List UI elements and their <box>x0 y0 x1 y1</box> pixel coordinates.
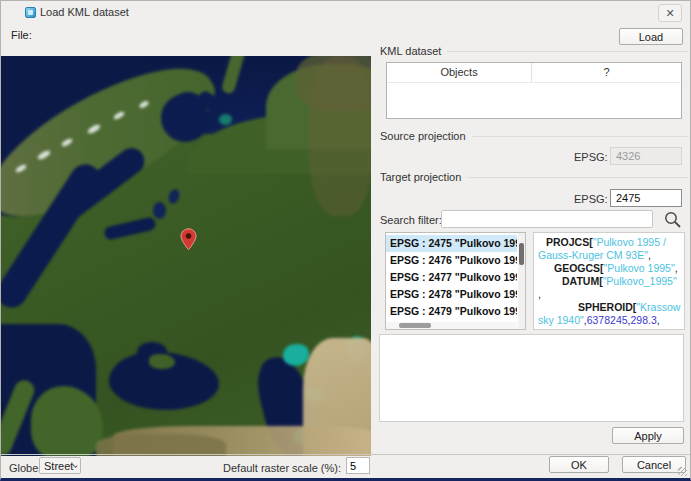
source-epsg-label: EPSG: <box>574 151 606 163</box>
raster-scale-input[interactable] <box>346 457 370 474</box>
load-kml-dialog: Load KML dataset ✕ File: Load KML datase… <box>0 0 691 481</box>
horizontal-scrollbar-thumb[interactable] <box>399 323 431 328</box>
list-item[interactable]: EPSG : 2479 "Pulkovo 1995 <box>386 303 517 320</box>
file-label: File: <box>11 29 32 41</box>
globe-label: Globe: <box>9 462 41 474</box>
list-item[interactable]: EPSG : 2475 "Pulkovo 1995 <box>386 235 517 252</box>
search-icon[interactable] <box>661 210 683 229</box>
load-button[interactable]: Load <box>619 28 683 45</box>
wkt-definition-panel[interactable]: PROJCS["Pulkovo 1995 /Gauss-Kruger CM 93… <box>533 232 685 330</box>
apply-button[interactable]: Apply <box>612 427 684 444</box>
kml-table-header: Objects ? <box>387 63 681 83</box>
globe-select-value: Street <box>44 460 73 472</box>
horizontal-scrollbar[interactable] <box>386 322 517 329</box>
resize-grip[interactable] <box>678 467 687 476</box>
wkt-panel-text: PROJCS["Pulkovo 1995 /Gauss-Kruger CM 93… <box>538 236 680 330</box>
footer-divider <box>1 454 690 455</box>
vertical-scrollbar-thumb[interactable] <box>519 243 524 265</box>
search-input[interactable] <box>441 210 653 228</box>
vertical-scrollbar[interactable] <box>518 233 525 329</box>
cancel-button[interactable]: Cancel <box>622 456 686 473</box>
kml-dataset-table[interactable]: Objects ? <box>386 62 682 119</box>
window-title: Load KML dataset <box>40 6 129 18</box>
map-pin-icon[interactable] <box>180 228 197 251</box>
source-projection-section-label: Source projection <box>380 130 689 142</box>
search-filter-label: Search filter: <box>380 214 442 226</box>
column-header-question[interactable]: ? <box>532 63 681 82</box>
target-projection-section-label: Target projection <box>380 171 689 183</box>
epsg-list[interactable]: EPSG : 2475 "Pulkovo 1995EPSG : 2476 "Pu… <box>385 232 526 330</box>
target-epsg-label: EPSG: <box>574 193 606 205</box>
list-item[interactable]: EPSG : 2476 "Pulkovo 1995 <box>386 252 517 269</box>
globe-select[interactable]: Street <box>39 457 81 474</box>
raster-scale-label: Default raster scale (%): <box>141 462 341 474</box>
map-satellite-layer <box>1 56 371 456</box>
ok-button[interactable]: OK <box>549 456 609 473</box>
list-item[interactable]: EPSG : 2478 "Pulkovo 1995 <box>386 286 517 303</box>
kml-dataset-section-label: KML dataset <box>380 45 689 57</box>
projection-result-box[interactable] <box>379 334 684 422</box>
map-view[interactable] <box>1 56 371 456</box>
target-epsg-field[interactable] <box>610 189 682 207</box>
titlebar: Load KML dataset ✕ <box>1 1 690 23</box>
list-item[interactable]: EPSG : 2477 "Pulkovo 1995 <box>386 269 517 286</box>
epsg-list-items: EPSG : 2475 "Pulkovo 1995EPSG : 2476 "Pu… <box>386 235 517 320</box>
app-icon <box>25 7 36 18</box>
close-button[interactable]: ✕ <box>658 4 682 22</box>
source-epsg-field <box>610 147 682 165</box>
column-header-objects[interactable]: Objects <box>387 63 532 82</box>
